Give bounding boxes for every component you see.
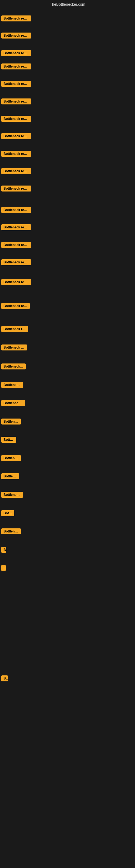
badge-row-3: Bottleneck result [1, 50, 31, 57]
badge-row-28: Bottle [1, 510, 14, 517]
bottleneck-result-badge: Bottleneck result [1, 186, 31, 191]
badge-row-5: Bottleneck result [1, 81, 31, 88]
badge-row-19: Bottleneck result [1, 344, 27, 351]
badge-row-32: Bo [1, 675, 8, 682]
badge-row-15: Bottleneck result [1, 259, 31, 267]
bottleneck-result-badge: Bottleneck result [1, 16, 31, 22]
bottleneck-result-badge: Bottleneck r [1, 382, 23, 388]
badge-row-1: Bottleneck result [1, 16, 31, 23]
bottleneck-result-badge: Bottleneck [1, 528, 21, 534]
bottleneck-result-badge: Bottleneck [1, 455, 21, 461]
bottleneck-result-badge: Bottleneck result [1, 81, 31, 87]
site-title: TheBottlenecker.com [50, 2, 85, 6]
bottleneck-result-badge: Bottleneck result [1, 151, 31, 157]
bottleneck-result-badge: Bo [1, 675, 8, 681]
bottleneck-result-badge: Bottleneck result [1, 224, 31, 230]
bottleneck-result-badge: Bottleneck result [1, 116, 31, 122]
badge-row-29: Bottleneck [1, 528, 21, 535]
bottleneck-result-badge: Bottleneck [1, 418, 21, 425]
bottleneck-result-badge: Bottleneck result [1, 344, 27, 350]
badge-row-8: Bottleneck result [1, 133, 31, 140]
bottleneck-result-badge: Bottleneck result [1, 50, 31, 56]
bottleneck-result-badge: Bottleneck result [1, 63, 31, 69]
bottleneck-result-badge: B [1, 547, 6, 553]
badge-row-6: Bottleneck result [1, 98, 31, 105]
badge-row-26: Bottlenec [1, 473, 19, 480]
badge-row-24: Bottlen [1, 437, 16, 444]
badge-row-10: Bottleneck result [1, 168, 31, 175]
badge-row-11: Bottleneck result [1, 186, 31, 193]
badge-row-30: B [1, 547, 6, 554]
bottleneck-result-badge: Bottleneck result [1, 33, 31, 38]
bottleneck-result-badge: | [1, 565, 6, 571]
bottleneck-result-badge: Bottlenec [1, 473, 19, 479]
badge-row-16: Bottleneck result [1, 279, 31, 286]
badge-row-12: Bottleneck result [1, 207, 31, 214]
bottleneck-result-badge: Bottleneck result [1, 279, 31, 285]
bottleneck-result-badge: Bottle [1, 510, 14, 516]
bottleneck-result-badge: Bottleneck result [1, 207, 31, 213]
bottleneck-result-badge: Bottleneck result [1, 168, 31, 174]
badge-row-17: Bottleneck result [1, 303, 30, 310]
badge-row-14: Bottleneck result [1, 242, 31, 249]
bottleneck-result-badge: Bottleneck result [1, 242, 31, 248]
badge-row-25: Bottleneck [1, 455, 21, 462]
badge-row-18: Bottleneck result [1, 326, 28, 333]
badge-row-4: Bottleneck result [1, 63, 31, 70]
bottleneck-result-badge: Bottleneck result [1, 326, 28, 332]
badge-row-7: Bottleneck result [1, 116, 31, 123]
bottleneck-result-badge: Bottleneck result [1, 364, 26, 369]
badge-row-9: Bottleneck result [1, 151, 31, 158]
bottleneck-result-badge: Bottleneck result [1, 259, 31, 265]
bottleneck-result-badge: Bottleneck result [1, 98, 31, 104]
bottleneck-result-badge: Bottlen [1, 437, 16, 443]
bottleneck-result-badge: Bottleneck result [1, 303, 30, 309]
badge-row-22: Bottleneck res [1, 400, 25, 407]
badge-row-27: Bottleneck r [1, 492, 23, 499]
bottleneck-result-badge: Bottleneck result [1, 133, 31, 139]
bottleneck-result-badge: Bottleneck r [1, 492, 23, 498]
badge-row-2: Bottleneck result [1, 33, 31, 40]
badge-row-13: Bottleneck result [1, 224, 31, 231]
badge-row-31: | [1, 565, 6, 572]
bottleneck-result-badge: Bottleneck res [1, 400, 25, 406]
badge-row-20: Bottleneck result [1, 364, 26, 371]
badge-row-21: Bottleneck r [1, 382, 23, 389]
badge-row-23: Bottleneck [1, 418, 21, 426]
